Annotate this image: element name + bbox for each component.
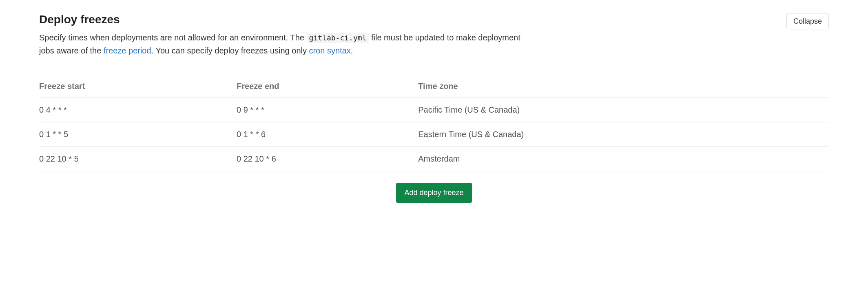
cell-freeze-start: 0 4 * * * bbox=[39, 98, 237, 122]
table-row: 0 4 * * * 0 9 * * * Pacific Time (US & C… bbox=[39, 98, 829, 122]
collapse-button[interactable]: Collapse bbox=[786, 13, 829, 29]
add-deploy-freeze-button[interactable]: Add deploy freeze bbox=[396, 183, 472, 203]
cron-syntax-link[interactable]: cron syntax bbox=[309, 46, 351, 55]
config-file-code: gitlab-ci.yml bbox=[307, 33, 369, 43]
cell-timezone: Eastern Time (US & Canada) bbox=[418, 122, 829, 147]
cell-freeze-end: 0 1 * * 6 bbox=[237, 122, 418, 147]
column-header-freeze-end: Freeze end bbox=[237, 77, 418, 98]
cell-freeze-start: 0 22 10 * 5 bbox=[39, 147, 237, 171]
table-row: 0 22 10 * 5 0 22 10 * 6 Amsterdam bbox=[39, 147, 829, 171]
table-row: 0 1 * * 5 0 1 * * 6 Eastern Time (US & C… bbox=[39, 122, 829, 147]
description-text: Specify times when deployments are not a… bbox=[39, 33, 307, 42]
section-title: Deploy freezes bbox=[39, 13, 120, 26]
cell-freeze-end: 0 22 10 * 6 bbox=[237, 147, 418, 171]
freeze-period-link[interactable]: freeze period bbox=[104, 46, 151, 55]
deploy-freezes-table: Freeze start Freeze end Time zone 0 4 * … bbox=[39, 77, 829, 171]
cell-timezone: Pacific Time (US & Canada) bbox=[418, 98, 829, 122]
section-description: Specify times when deployments are not a… bbox=[39, 31, 529, 57]
column-header-freeze-start: Freeze start bbox=[39, 77, 237, 98]
description-text: . bbox=[351, 46, 353, 55]
cell-freeze-end: 0 9 * * * bbox=[237, 98, 418, 122]
cell-timezone: Amsterdam bbox=[418, 147, 829, 171]
description-text: . You can specify deploy freezes using o… bbox=[151, 46, 309, 55]
cell-freeze-start: 0 1 * * 5 bbox=[39, 122, 237, 147]
column-header-timezone: Time zone bbox=[418, 77, 829, 98]
